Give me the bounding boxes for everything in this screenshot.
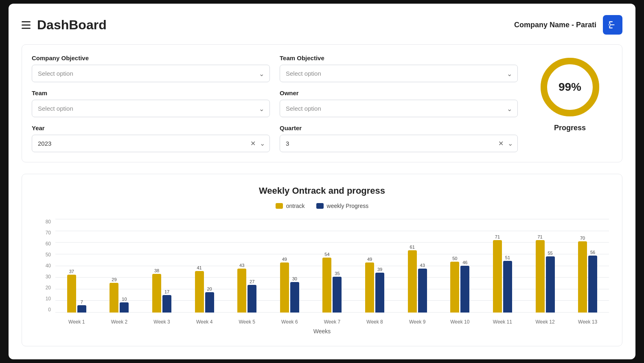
chart-title: Weekly Ontrack and progress — [35, 186, 609, 196]
year-dropdown-button[interactable]: ⌄ — [259, 139, 266, 148]
team-objective-group: Team Objective Select option ⌄ — [280, 55, 518, 82]
weekly-bar — [418, 269, 427, 313]
filter-section: Company Objective Select option ⌄ Team O… — [22, 44, 622, 162]
top-bar-left: DashBoard — [22, 17, 107, 33]
year-clear-button[interactable]: ✕ — [250, 139, 256, 148]
progress-widget: 99% Progress — [528, 55, 612, 132]
bars-row: 3772910381741204327493054354939614350467… — [55, 219, 609, 313]
weekly-bar — [162, 295, 171, 313]
ontrack-bar — [280, 262, 289, 313]
hamburger-icon[interactable] — [22, 21, 31, 29]
team-label: Team — [32, 90, 270, 96]
owner-select[interactable]: Select option — [280, 100, 518, 117]
year-group: Year 2023 ✕ ⌄ — [32, 125, 270, 152]
owner-group: Owner Select option ⌄ — [280, 90, 518, 117]
main-card: DashBoard Company Name - Parati Company … — [9, 4, 635, 359]
logout-button[interactable] — [603, 15, 622, 35]
bar-group: 5435 — [322, 219, 342, 313]
x-label: Week 10 — [438, 319, 481, 325]
ontrack-bar — [67, 275, 76, 313]
year-label: Year — [32, 125, 270, 131]
ontrack-bar — [322, 258, 331, 313]
weekly-legend-color — [316, 203, 324, 209]
company-objective-select[interactable]: Select option — [32, 65, 270, 82]
year-quarter-row: Year 2023 ✕ ⌄ Quarter 3 ✕ ⌄ — [32, 125, 518, 152]
top-bar-right: Company Name - Parati — [514, 15, 622, 35]
team-objective-label: Team Objective — [280, 55, 518, 61]
x-label: Week 5 — [226, 319, 268, 325]
team-select-wrapper: Select option ⌄ — [32, 100, 270, 117]
year-input[interactable]: 2023 — [32, 135, 270, 152]
ontrack-bar — [408, 250, 417, 313]
quarter-label: Quarter — [280, 125, 518, 131]
bar-group: 4939 — [365, 219, 384, 313]
bar-chart-area: 01020304050607080 3772910381741204327493… — [35, 219, 609, 325]
team-objective-select[interactable]: Select option — [280, 65, 518, 82]
x-label: Week 4 — [183, 319, 226, 325]
weekly-bar — [546, 256, 555, 313]
x-label: Week 1 — [55, 319, 98, 325]
chart-inner: 3772910381741204327493054354939614350467… — [55, 219, 609, 325]
quarter-input[interactable]: 3 — [280, 135, 518, 152]
y-axis: 01020304050607080 — [35, 219, 53, 313]
weekly-legend-label: weekly Progress — [327, 203, 369, 209]
chart-section: Weekly Ontrack and progress ontrack week… — [22, 174, 622, 346]
weekly-bar — [77, 305, 86, 313]
bar-group: 2910 — [110, 219, 129, 313]
owner-select-wrapper: Select option ⌄ — [280, 100, 518, 117]
company-name: Company Name - Parati — [514, 21, 596, 29]
ontrack-bar — [536, 240, 545, 313]
x-label: Week 7 — [311, 319, 354, 325]
ontrack-legend-label: ontrack — [286, 203, 305, 209]
ontrack-bar — [195, 271, 204, 313]
ontrack-bar — [493, 240, 502, 313]
ontrack-bar — [450, 262, 459, 313]
x-label: Week 3 — [140, 319, 183, 325]
weekly-bar — [588, 256, 597, 313]
x-label: Week 8 — [353, 319, 396, 325]
team-select[interactable]: Select option — [32, 100, 270, 117]
quarter-dropdown-button[interactable]: ⌄ — [507, 139, 514, 148]
x-label: Week 13 — [566, 319, 609, 325]
donut-chart: 99% — [537, 55, 602, 120]
x-label: Week 11 — [481, 319, 524, 325]
bar-group: 3817 — [152, 219, 171, 313]
ontrack-bar — [237, 269, 246, 313]
legend-weekly: weekly Progress — [316, 203, 369, 209]
x-label: Week 9 — [396, 319, 439, 325]
ontrack-bar — [365, 262, 374, 313]
progress-label: Progress — [554, 124, 586, 132]
x-label: Week 6 — [268, 319, 311, 325]
legend-ontrack: ontrack — [276, 203, 305, 209]
weekly-bar — [503, 261, 512, 313]
weekly-bar — [248, 285, 256, 313]
weekly-bar — [375, 273, 384, 313]
quarter-group: Quarter 3 ✕ ⌄ — [280, 125, 518, 152]
bar-group: 4120 — [195, 219, 214, 313]
weekly-bar — [460, 266, 469, 313]
x-label: Week 2 — [98, 319, 141, 325]
bar-group: 377 — [67, 219, 86, 313]
weekly-bar — [120, 302, 129, 313]
bar-group: 7155 — [536, 219, 555, 313]
ontrack-bar — [110, 283, 118, 313]
x-label: Week 12 — [524, 319, 567, 325]
quarter-controls: ✕ ⌄ — [497, 139, 514, 148]
weekly-bar — [205, 292, 214, 313]
x-labels: Week 1Week 2Week 3Week 4Week 5Week 6Week… — [55, 313, 609, 325]
top-bar: DashBoard Company Name - Parati — [22, 15, 622, 35]
weekly-bar — [333, 277, 342, 313]
owner-label: Owner — [280, 90, 518, 96]
bar-group: 7056 — [578, 219, 597, 313]
company-objective-select-wrapper: Select option ⌄ — [32, 65, 270, 82]
year-input-wrapper: 2023 ✕ ⌄ — [32, 135, 270, 152]
bar-group: 6143 — [408, 219, 427, 313]
ontrack-bar — [152, 274, 161, 313]
bar-group: 4327 — [237, 219, 256, 313]
logout-icon — [607, 20, 618, 30]
quarter-clear-button[interactable]: ✕ — [497, 139, 504, 148]
company-objective-label: Company Objective — [32, 55, 270, 61]
quarter-input-wrapper: 3 ✕ ⌄ — [280, 135, 518, 152]
x-axis-title: Weeks — [35, 328, 609, 335]
bar-group: 5046 — [450, 219, 469, 313]
